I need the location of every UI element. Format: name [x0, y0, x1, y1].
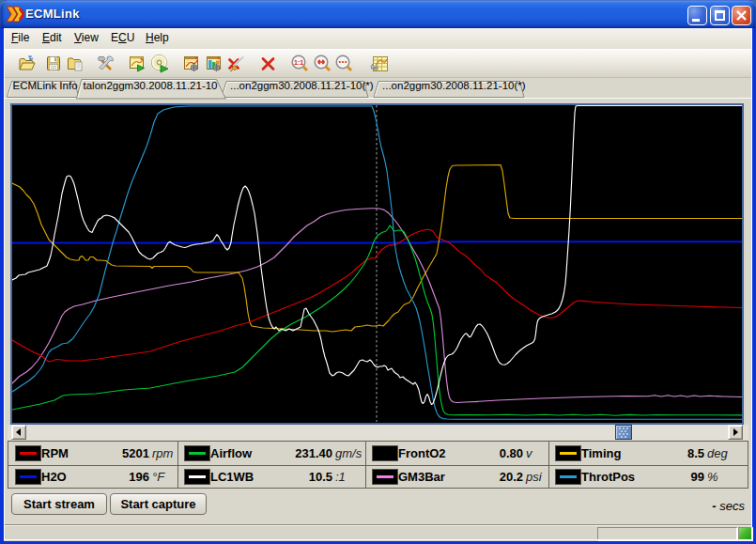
svg-text:1:1: 1:1: [294, 59, 303, 66]
